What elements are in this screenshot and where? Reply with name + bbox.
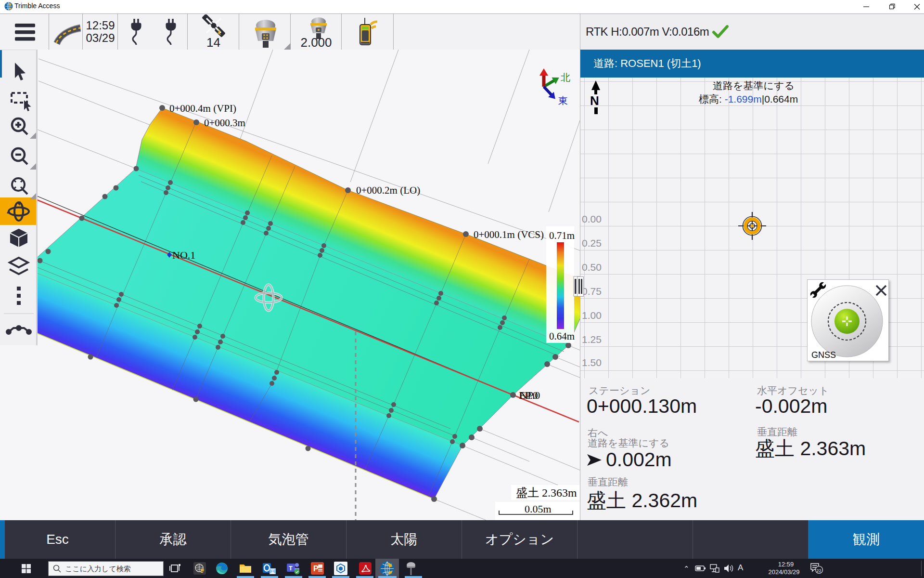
svg-text:N: N [590, 93, 599, 108]
svg-text:北: 北 [561, 72, 570, 83]
svg-text:0+000.2m (LO): 0+000.2m (LO) [356, 184, 420, 196]
svg-text:0+000.3m: 0+000.3m [204, 117, 245, 129]
svg-text:22: 22 [817, 568, 821, 573]
svg-text:0+000.4m (VPI): 0+000.4m (VPI) [169, 103, 236, 114]
svg-text:0.71m: 0.71m [549, 230, 575, 241]
svg-text:0.05m: 0.05m [525, 503, 552, 515]
svg-text:0+000.1m (VCS): 0+000.1m (VCS) [474, 229, 544, 240]
svg-text:GNSS: GNSS [811, 350, 836, 360]
svg-text:0.64m: 0.64m [549, 330, 575, 342]
svg-text:NO.1: NO.1 [172, 249, 195, 261]
svg-text:T: T [289, 565, 293, 572]
svg-text:EP.0: EP.0 [519, 389, 538, 401]
svg-text:東: 東 [558, 95, 568, 106]
svg-text:盛土 2.363m: 盛土 2.363m [516, 486, 577, 499]
svg-text:P: P [313, 565, 319, 573]
